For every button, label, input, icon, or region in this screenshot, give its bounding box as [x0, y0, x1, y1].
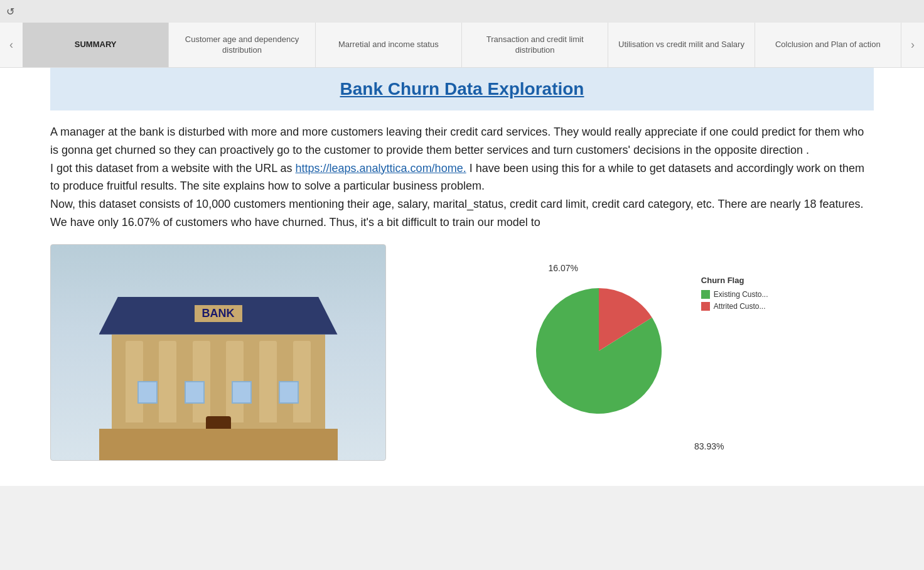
bank-sign: BANK — [195, 305, 242, 322]
intro-paragraph: A manager at the bank is disturbed with … — [50, 123, 874, 232]
bank-base — [99, 429, 338, 460]
paragraph-2-prefix: I got this dataset from a website with t… — [50, 162, 296, 175]
window-4 — [279, 381, 299, 404]
page-title: Bank Churn Data Exploration — [50, 79, 874, 99]
window-3 — [232, 381, 252, 404]
paragraph-3: Now, this dataset consists of 10,000 cus… — [50, 195, 874, 213]
pie-chart — [530, 282, 668, 420]
attrited-color-swatch — [701, 302, 710, 311]
pie-wrapper — [530, 282, 668, 422]
chart-container: 16.07% 83.93% — [511, 257, 775, 458]
chart-legend: Churn Flag Existing Custo... Attrited Cu… — [701, 276, 768, 314]
bank-columns — [118, 335, 319, 422]
nav-prev-arrow[interactable]: ‹ — [0, 23, 23, 67]
chart-section: 16.07% 83.93% — [411, 244, 874, 458]
tab-conclusion[interactable]: Colclusion and Plan of action — [755, 23, 901, 67]
legend-title: Churn Flag — [701, 276, 768, 285]
window-1 — [137, 381, 158, 404]
tab-marital-income[interactable]: Marretial and income status — [316, 23, 462, 67]
paragraph-2: I got this dataset from a website with t… — [50, 159, 874, 196]
existing-color-swatch — [701, 290, 710, 299]
title-section: Bank Churn Data Exploration — [50, 68, 874, 110]
existing-pct-label: 83.93% — [694, 441, 724, 451]
tab-transaction-credit[interactable]: Transaction and credit limit distributio… — [462, 23, 608, 67]
tab-utilisation-salary[interactable]: Utilisation vs credit milit and Salary — [608, 23, 755, 67]
tab-age-dependency[interactable]: Customer age and dependency distribution — [169, 23, 315, 67]
legend-attrited: Attrited Custo... — [701, 302, 768, 311]
dataset-link[interactable]: https://leaps.analyttica.com/home. — [296, 162, 466, 175]
main-content: Bank Churn Data Exploration A manager at… — [0, 68, 924, 486]
bank-illustration: BANK — [50, 244, 386, 461]
refresh-icon[interactable]: ↺ — [6, 6, 14, 18]
attrited-label: Attrited Custo... — [714, 302, 766, 311]
nav-tabs: SUMMARY Customer age and dependency dist… — [23, 23, 901, 67]
window-2 — [185, 381, 205, 404]
nav-strip: ‹ SUMMARY Customer age and dependency di… — [0, 23, 924, 68]
paragraph-1: A manager at the bank is disturbed with … — [50, 123, 874, 159]
attrited-pct-label: 16.07% — [549, 263, 578, 273]
tab-summary[interactable]: SUMMARY — [23, 23, 169, 67]
nav-next-arrow[interactable]: › — [901, 23, 924, 67]
paragraph-4: We have only 16.07% of customers who hav… — [50, 213, 874, 232]
legend-existing: Existing Custo... — [701, 290, 768, 299]
existing-label: Existing Custo... — [714, 290, 768, 299]
top-bar: ↺ — [0, 0, 924, 23]
bottom-section: BANK — [50, 244, 874, 461]
bank-windows-row — [124, 381, 313, 404]
bank-facade: BANK — [99, 297, 338, 460]
